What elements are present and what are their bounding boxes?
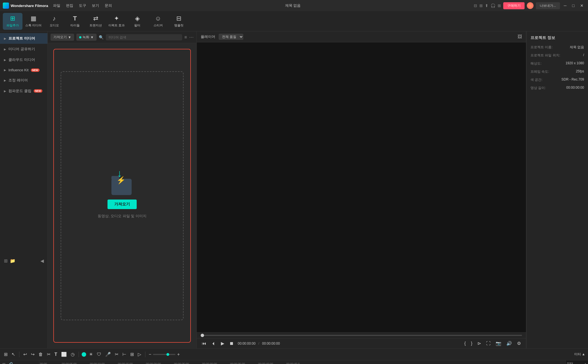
sidebar-item-project-media[interactable]: ▶ 프로젝트 미디어 <box>0 33 47 44</box>
menu-view[interactable]: 보기 <box>92 3 99 8</box>
media-header: 가져오기 ▼ 녹화 ▼ 🔍 ≡ ⋯ <box>48 31 196 43</box>
zoom-out-button[interactable]: − <box>148 351 152 358</box>
snapshot-button[interactable]: 📷 <box>495 340 502 347</box>
settings-button[interactable]: ⚙ <box>516 340 522 347</box>
frame-back-button[interactable]: ⏴ <box>210 340 217 347</box>
purchase-button[interactable]: 구매하기 <box>503 2 525 9</box>
mark-out-button[interactable]: } <box>470 340 473 347</box>
toolbar-stock-media[interactable]: ▦ 스톡 미디어 <box>24 13 43 30</box>
volume-button[interactable]: 🔊 <box>505 340 513 347</box>
menu-edit[interactable]: 편집 <box>66 3 73 8</box>
timeline-mask-icon[interactable]: ◷ <box>70 351 76 358</box>
toolbar-transitions[interactable]: ⇄ 트랜지션 <box>86 13 106 30</box>
fullscreen-button[interactable]: ⛶ <box>485 340 492 347</box>
colorspace-row: 색 공간: SDR - Rec.709 <box>530 77 584 82</box>
collapse-icon[interactable]: ◀ <box>40 258 44 264</box>
sidebar-item-influence-kit[interactable]: ▶ Influence Kit NEW <box>0 65 47 75</box>
meter-title: 미터 <box>567 361 573 364</box>
timeline-split-icon[interactable]: ⊢ <box>121 351 127 358</box>
ruler-mark-7: 00:00:35:00 <box>230 363 245 364</box>
timeline-cut-icon[interactable]: ✂ <box>46 351 52 358</box>
filter-icon[interactable]: ≡ <box>184 35 187 40</box>
import-big-button[interactable]: 가져오기 <box>107 200 137 209</box>
meter-collapse-icon[interactable]: ▲ <box>584 362 587 364</box>
ruler-mark-5: 00:00:25:00 <box>174 363 189 364</box>
preview-screen <box>197 42 526 332</box>
timeline-freeze-icon[interactable]: ⊞ <box>129 351 135 358</box>
import-button[interactable]: 가져오기 ▼ <box>51 34 74 41</box>
window-close[interactable]: ✕ <box>578 3 585 8</box>
sidebar-item-adjustment-layer[interactable]: ▶ 조정 레이어 <box>0 75 47 86</box>
window-maximize[interactable]: □ <box>571 3 576 8</box>
toolbar-file-add[interactable]: ⊞ 파일추가 <box>3 13 22 30</box>
logo-icon <box>3 3 9 9</box>
new-folder-icon[interactable]: ⊞ <box>4 258 8 264</box>
toolbar-titles[interactable]: T 타이들 <box>65 13 85 30</box>
timeline-redo-icon[interactable]: ↪ <box>30 351 36 358</box>
timeline-green-toggle[interactable] <box>82 352 86 357</box>
menu-help[interactable]: 문의 <box>105 3 112 8</box>
add-track-icon[interactable]: ⊞ <box>2 362 6 364</box>
menu-file[interactable]: 파일 <box>53 3 60 8</box>
icon-minimize[interactable]: ⊟ <box>474 3 477 8</box>
timeline-select-icon[interactable]: ↖ <box>10 351 16 358</box>
icon-windows[interactable]: ⊞ <box>479 3 483 8</box>
timeline-ruler: 00:00 00:00:05:00 00:00:10:00 00:00:15:0… <box>39 360 566 364</box>
titlebar-right: ⊟ ⊞ ⬆ 🎧 ⊞ 구매하기 나브내가... ─ □ ✕ <box>474 2 585 9</box>
timeline-undo-icon[interactable]: ↩ <box>22 351 28 358</box>
insert-button[interactable]: ⊳ <box>476 340 482 347</box>
menu-tools[interactable]: 도구 <box>79 3 86 8</box>
toolbar-templates[interactable]: ⊟ 템플릿 <box>169 13 189 30</box>
titlebar-left: Wondershare Filmora 파일 편집 도구 보기 문의 <box>3 3 112 9</box>
timeline-text-icon[interactable]: T <box>53 351 58 358</box>
meter-header: 미터 ▲ <box>567 361 587 364</box>
zoom-in-button[interactable]: + <box>177 351 180 358</box>
timeline-layout-icon[interactable]: ⊞ <box>3 351 9 358</box>
link-icon[interactable]: 🔗 <box>8 362 13 364</box>
toolbar-effects[interactable]: ✦ 이펙트 효과 <box>107 13 126 30</box>
icon-grid[interactable]: ⊞ <box>498 3 501 8</box>
framerate-label: 프레임 속도: <box>530 69 549 74</box>
icon-share[interactable]: ⬆ <box>485 3 488 8</box>
toolbar-stickers[interactable]: ☺ 스티커 <box>148 13 168 30</box>
open-folder-icon[interactable]: 📁 <box>10 258 15 264</box>
step-back-button[interactable]: ⏮ <box>201 340 207 347</box>
mark-in-button[interactable]: { <box>463 340 467 347</box>
search-input[interactable] <box>106 34 182 40</box>
record-button[interactable]: 녹화 ▼ <box>76 34 97 41</box>
timeline-speed-icon[interactable]: ▷ <box>137 351 142 358</box>
sidebar-item-media-share[interactable]: ▶ 미디어 공유하기 <box>0 44 47 54</box>
timeline-sun-icon[interactable]: ☀ <box>88 351 94 358</box>
quality-select[interactable]: 전체 품질 <box>219 34 243 40</box>
preview-screenshot-icon[interactable]: 🖼 <box>518 34 522 39</box>
drop-area-inner[interactable]: ↓ ⚡ 가져오기 동영상, 오디오 파일 및 이미지 <box>61 71 183 320</box>
left-sidebar: ▶ 프로젝트 미디어 ▶ 미디어 공유하기 ▶ 클라우드 미디어 ▶ Influ… <box>0 31 48 348</box>
icon-headphone[interactable]: 🎧 <box>491 3 495 8</box>
sidebar-media-share-label: 미디어 공유하기 <box>8 47 35 52</box>
timeline-delete-icon[interactable]: 🗑 <box>37 351 44 358</box>
sidebar-item-compound-clip[interactable]: ▶ 컴파운드 클립 NEW <box>0 86 47 96</box>
meter-label[interactable]: 미터 ▲ <box>574 352 585 357</box>
timeline-crop-icon[interactable]: ⬜ <box>60 351 68 358</box>
meter-panel: 미터 ▲ 0 -6 -12 -18 -24 -3 <box>566 360 588 364</box>
stop-button[interactable]: ⏹ <box>228 340 235 347</box>
user-avatar[interactable] <box>527 2 534 9</box>
record-dot-icon <box>79 36 81 38</box>
toolbar-audio[interactable]: ♪ 오디오 <box>44 13 64 30</box>
sidebar-item-cloud-media[interactable]: ▶ 클라우드 미디어 <box>0 54 47 65</box>
play-button[interactable]: ▶ <box>220 340 225 347</box>
timeline-mic-icon[interactable]: 🎤 <box>104 351 112 358</box>
filters-label: 필터 <box>134 23 140 28</box>
timeline-scissors-icon[interactable]: ✂ <box>114 351 120 358</box>
more-options-icon[interactable]: ⋯ <box>189 35 194 40</box>
ruler-mark-4: 00:00:20:00 <box>146 363 161 364</box>
zoom-slider[interactable] <box>153 354 175 355</box>
window-minimize[interactable]: ─ <box>562 3 568 8</box>
timeline-shield-icon[interactable]: 🛡 <box>96 351 102 358</box>
stock-media-icon: ▦ <box>31 15 36 22</box>
login-button[interactable]: 나브내가... <box>536 2 560 9</box>
sidebar-footer-actions: ⊞ 📁 ◀ <box>0 256 48 266</box>
timeline-scrubber[interactable] <box>201 335 522 336</box>
duration-label: 영상 길이: <box>530 86 546 90</box>
toolbar-filters[interactable]: ◈ 필터 <box>127 13 147 30</box>
